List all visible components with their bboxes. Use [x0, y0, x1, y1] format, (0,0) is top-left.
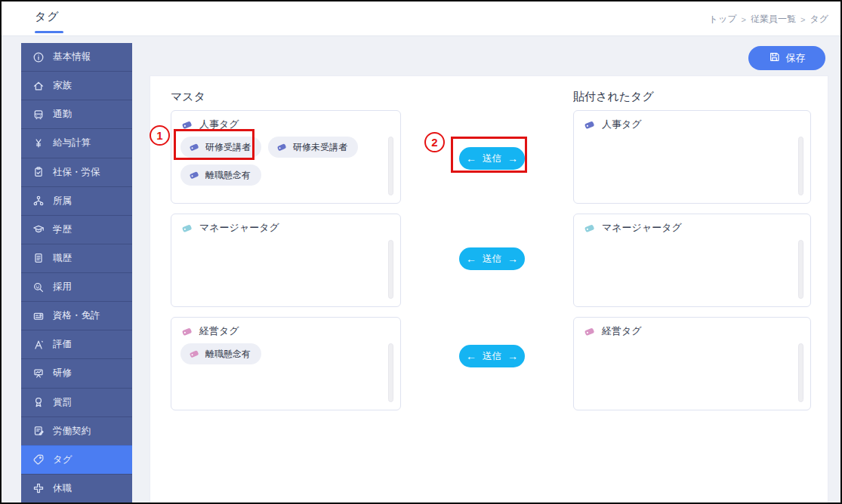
sidebar-item-recruit-search[interactable]: 採用 — [21, 272, 132, 301]
sidebar-item-grade-a[interactable]: 評価 — [21, 330, 132, 358]
clipboard-icon — [32, 166, 45, 178]
tag-group-header: 人事タグ — [574, 111, 810, 134]
sidebar-item-home[interactable]: 家族 — [21, 71, 132, 100]
send-button-label: 送信 — [483, 253, 501, 266]
send-button[interactable]: ←送信→ — [459, 247, 525, 270]
page-title: タグ — [35, 10, 60, 24]
sidebar-item-resume[interactable]: 職歴 — [21, 244, 132, 272]
annotation-circle-2: 2 — [424, 132, 445, 152]
breadcrumb-item[interactable]: トップ — [709, 13, 737, 26]
tag-color-icon — [584, 223, 595, 234]
tag-pill[interactable]: 離職懸念有 — [180, 343, 261, 364]
attached-column-title: 貼付されたタグ — [573, 90, 654, 104]
send-button[interactable]: ←送信→ — [459, 345, 525, 367]
sidebar-item-label: 給与計算 — [53, 137, 91, 149]
sidebar-item-clipboard[interactable]: 社保・労保 — [21, 158, 132, 186]
sidebar-item-org-chart[interactable]: 所属 — [21, 186, 132, 215]
license-card-icon — [32, 310, 45, 322]
tag-color-icon — [181, 223, 193, 234]
arrow-left-icon: ← — [466, 254, 477, 264]
sidebar-item-label: 所属 — [53, 195, 72, 207]
send-button-label: 送信 — [483, 350, 501, 363]
tag-group-body — [574, 341, 810, 349]
tag-color-icon — [189, 170, 199, 180]
sidebar-item-label: 賞罰 — [53, 396, 72, 409]
sidebar-item-training-board[interactable]: 研修 — [21, 358, 132, 387]
arrow-right-icon: → — [507, 351, 518, 361]
scrollbar-thumb[interactable] — [388, 343, 393, 402]
sidebar-item-bus[interactable]: 通勤 — [21, 100, 132, 128]
annotation-rect-2 — [451, 137, 527, 173]
breadcrumb-separator: > — [742, 15, 746, 24]
sidebar-item-info[interactable]: 基本情報 — [21, 43, 132, 71]
tag-group-body — [574, 134, 810, 143]
tag-group-name: 経営タグ — [602, 324, 642, 338]
sidebar-item-label: 社保・労保 — [53, 166, 100, 179]
tag-group-box: 人事タグ — [573, 110, 811, 204]
tag-group-box: マネージャータグ — [171, 214, 401, 307]
plus-cross-icon — [32, 482, 45, 494]
tag-group-header: マネージャータグ — [574, 214, 810, 238]
scrollbar-thumb[interactable] — [798, 137, 803, 195]
sidebar-item-license-card[interactable]: 資格・免許 — [21, 301, 132, 330]
tag-group-box: マネージャータグ — [573, 214, 811, 307]
sidebar-item-label: タグ — [53, 453, 72, 466]
sidebar-item-tag[interactable]: タグ — [21, 445, 132, 474]
tag-group-header: マネージャータグ — [171, 214, 400, 238]
tag-group-header: 経営タグ — [574, 318, 810, 341]
master-column-title: マスタ — [171, 90, 205, 104]
sidebar-item-contract-pen[interactable]: 労働契約 — [21, 416, 132, 445]
tag-group-name: 人事タグ — [602, 118, 642, 131]
screen: タグ トップ>従業員一覧>タグ 基本情報家族通勤給与計算社保・労保所属学歴職歴採… — [0, 0, 842, 504]
org-chart-icon — [32, 195, 45, 207]
attached-column: 人事タグ マネージャータグ 経営タグ — [573, 110, 811, 410]
tag-pill[interactable]: 研修未受講者 — [268, 137, 358, 158]
sidebar-item-label: 通勤 — [53, 108, 72, 121]
arrow-left-icon: ← — [466, 351, 477, 361]
tag-group-name: マネージャータグ — [199, 221, 279, 235]
tag-group-name: 経営タグ — [199, 324, 239, 338]
sidebar-item-plus-cross[interactable]: 休職 — [21, 474, 132, 502]
contract-pen-icon — [32, 425, 45, 437]
breadcrumb-separator: > — [800, 15, 805, 24]
breadcrumb-item: タグ — [810, 13, 828, 26]
scrollbar-thumb[interactable] — [798, 240, 803, 299]
resume-icon — [32, 252, 45, 264]
tag-group-body: 離職懸念有 — [171, 341, 400, 370]
tag-pill[interactable]: 離職懸念有 — [180, 164, 261, 186]
sidebar-item-award-medal[interactable]: 賞罰 — [21, 388, 132, 416]
page-header: タグ トップ>従業員一覧>タグ — [2, 2, 840, 36]
tag-group-body — [574, 238, 810, 246]
yen-icon — [32, 137, 45, 149]
breadcrumb: トップ>従業員一覧>タグ — [709, 13, 828, 26]
scrollbar-thumb[interactable] — [388, 137, 393, 195]
tag-group-header: 経営タグ — [171, 318, 400, 341]
grade-a-icon — [32, 339, 45, 351]
sidebar-item-label: 評価 — [53, 338, 72, 351]
scrollbar-thumb[interactable] — [798, 343, 803, 402]
award-medal-icon — [32, 396, 45, 408]
sidebar-item-label: 研修 — [53, 367, 72, 380]
save-button[interactable]: 保存 — [748, 46, 825, 70]
breadcrumb-item[interactable]: 従業員一覧 — [751, 13, 796, 26]
tag-color-icon — [584, 119, 595, 131]
tag-color-icon — [584, 326, 595, 337]
sidebar-item-label: 学歴 — [53, 223, 72, 236]
recruit-search-icon — [32, 281, 45, 293]
tag-group-box: 経営タグ — [573, 317, 811, 410]
annotation-rect-1 — [174, 129, 254, 160]
sidebar-item-label: 採用 — [53, 281, 72, 293]
tag-group-body — [171, 238, 400, 246]
sidebar: 基本情報家族通勤給与計算社保・労保所属学歴職歴採用資格・免許評価研修賞罰労働契約… — [21, 43, 132, 502]
sidebar-item-label: 基本情報 — [53, 51, 91, 63]
sidebar-item-yen[interactable]: 給与計算 — [21, 128, 132, 157]
tag-pill-label: 離職懸念有 — [205, 348, 251, 361]
scrollbar-thumb[interactable] — [388, 240, 393, 299]
tag-color-icon — [181, 326, 193, 337]
tag-color-icon — [189, 349, 199, 359]
sidebar-item-graduation-cap[interactable]: 学歴 — [21, 215, 132, 244]
sidebar-item-label: 資格・免許 — [53, 309, 100, 322]
bus-icon — [32, 109, 45, 121]
tag-pill-label: 研修未受講者 — [293, 141, 347, 154]
tag-group-box: 経営タグ 離職懸念有 — [171, 317, 401, 410]
